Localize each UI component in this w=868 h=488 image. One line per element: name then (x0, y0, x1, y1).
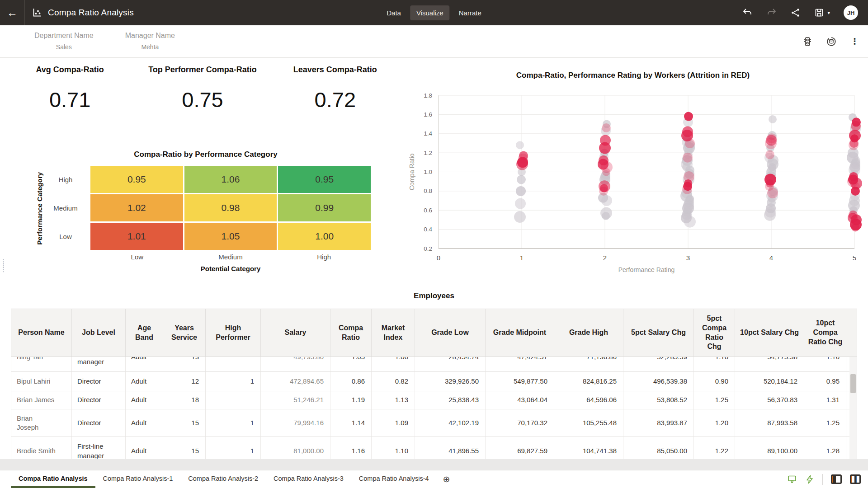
heatmap-cell[interactable]: 0.95 (278, 166, 371, 193)
table-row[interactable]: Bipul LahiriDirectorAdult121472,894.650.… (11, 372, 857, 391)
table-cell[interactable]: Brodie Smith (11, 437, 72, 459)
table-cell[interactable]: 15 (163, 409, 206, 436)
table-cell[interactable]: Adult (126, 437, 163, 459)
table-cell[interactable]: 0.95 (804, 372, 846, 391)
table-cell[interactable]: 1.16 (804, 357, 846, 371)
kpi-tile[interactable]: Leavers Compa-Ratio0.72 (269, 62, 401, 112)
scatter-point[interactable] (600, 184, 608, 192)
canvas-tab-4[interactable]: Compa Ratio Analysis-4 (351, 470, 437, 488)
back-button[interactable]: ← (0, 0, 24, 25)
table-cell[interactable]: 85,050.00 (623, 437, 694, 459)
table-cell[interactable]: 329,926.50 (415, 372, 486, 391)
scatter-point[interactable] (516, 186, 526, 196)
table-cell[interactable]: 83,993.87 (623, 409, 694, 436)
column-header[interactable]: High Performer (206, 309, 261, 357)
add-canvas-icon[interactable]: ⊕ (443, 470, 450, 488)
table-cell[interactable]: 1.09 (372, 409, 415, 436)
table-cell[interactable]: 0.86 (330, 372, 372, 391)
table-cell[interactable]: 1.10 (372, 437, 415, 459)
auto-insights-icon[interactable] (805, 474, 814, 484)
table-cell[interactable]: 496,539.38 (623, 372, 694, 391)
scatter-point[interactable] (851, 223, 859, 231)
table-cell[interactable]: 549,877.50 (486, 372, 554, 391)
column-header[interactable]: Compa Ratio (330, 309, 372, 357)
table-cell[interactable]: First-line manager (72, 437, 126, 459)
scatter-point[interactable] (764, 209, 776, 221)
table-cell[interactable]: 1.05 (330, 357, 372, 371)
table-cell[interactable]: 824,816.25 (554, 372, 623, 391)
table-cell[interactable]: 1.16 (330, 437, 372, 459)
table-cell[interactable]: 18 (163, 391, 206, 409)
table-cell[interactable]: 1.31 (804, 391, 846, 409)
table-cell[interactable]: 15 (163, 437, 206, 459)
scatter-point[interactable] (516, 141, 524, 149)
column-header[interactable]: 5pct Compa Ratio Chg (694, 309, 735, 357)
column-header[interactable]: Grade Midpoint (486, 309, 554, 357)
scatter-point[interactable] (599, 142, 611, 154)
scatter-point[interactable] (514, 211, 526, 223)
column-header[interactable]: 10pct Salary Chg (735, 309, 804, 357)
table-cell[interactable]: 52,285.59 (623, 357, 694, 371)
redo-icon[interactable] (766, 7, 777, 18)
kpi-tile[interactable]: Avg Compa-Ratio0.71 (4, 62, 136, 112)
scatter-point[interactable] (766, 135, 777, 146)
heatmap-cell[interactable]: 0.98 (184, 194, 277, 221)
table-cell[interactable]: 0.82 (372, 372, 415, 391)
table-cell[interactable]: 64,596.06 (554, 391, 623, 409)
table-cell[interactable]: 1.10 (694, 357, 735, 371)
table-cell[interactable]: 69,827.59 (486, 437, 554, 459)
table-cell[interactable]: 1.20 (694, 409, 735, 436)
undo-icon[interactable] (742, 7, 753, 18)
column-header[interactable]: Salary (261, 309, 330, 357)
layout-panel-split-icon[interactable] (850, 474, 861, 484)
limit-values-icon[interactable] (802, 36, 812, 47)
table-cell[interactable]: 104,741.38 (554, 437, 623, 459)
table-cell[interactable]: 1.14 (330, 409, 372, 436)
mode-tab-narrate[interactable]: Narrate (453, 5, 488, 20)
column-header[interactable]: Grade Low (415, 309, 486, 357)
column-header[interactable]: Job Level (72, 309, 126, 357)
heatmap-cell[interactable]: 1.02 (90, 194, 183, 221)
table-cell[interactable]: 70,170.32 (486, 409, 554, 436)
table-cell[interactable]: 53,808.52 (623, 391, 694, 409)
scatter-point[interactable] (769, 115, 777, 123)
share-icon[interactable] (791, 8, 801, 18)
canvas-tab-1[interactable]: Compa Ratio Analysis-1 (95, 470, 181, 488)
table-cell[interactable]: 41,896.55 (415, 437, 486, 459)
scrollbar-thumb[interactable] (850, 374, 856, 393)
canvas-tab-2[interactable]: Compa Ratio Analysis-2 (180, 470, 266, 488)
layout-panel-left-icon[interactable] (831, 474, 842, 484)
scatter-point[interactable] (602, 212, 610, 220)
table-cell[interactable]: Brian Joseph (11, 409, 72, 436)
table-cell[interactable] (206, 357, 261, 371)
table-cell[interactable]: 81,000.00 (261, 437, 330, 459)
heatmap-cell[interactable]: 0.99 (278, 194, 371, 221)
table-cell[interactable]: 89,100.00 (735, 437, 804, 459)
scatter-point[interactable] (849, 139, 859, 148)
table-cell[interactable]: 1.25 (694, 391, 735, 409)
table-cell[interactable]: 43,064.04 (486, 391, 554, 409)
scatter-point[interactable] (683, 182, 692, 191)
table-row[interactable]: Bing TanFirst-line managerAdult1349,795.… (11, 357, 857, 372)
column-header[interactable]: Years Service (163, 309, 206, 357)
scatter-point[interactable] (681, 130, 693, 141)
scatter-plot-area[interactable]: 0.20.40.60.81.01.21.41.61.8012345Compa R… (402, 84, 863, 282)
kpi-tile[interactable]: Top Performer Compa-Ratio0.75 (136, 62, 269, 112)
heatmap-cell[interactable]: 1.01 (90, 223, 183, 250)
table-cell[interactable]: 71,136.86 (554, 357, 623, 371)
column-header[interactable]: 10pct Compa Ratio Chg (804, 309, 846, 357)
scatter-point[interactable] (766, 179, 774, 188)
table-cell[interactable]: 47,424.57 (486, 357, 554, 371)
table-cell[interactable]: 79,994.16 (261, 409, 330, 436)
table-cell[interactable]: 1.00 (372, 357, 415, 371)
table-row[interactable]: Brodie SmithFirst-line managerAdult15181… (11, 437, 857, 459)
table-cell[interactable]: 1 (206, 372, 261, 391)
heatmap-cell[interactable]: 1.00 (278, 223, 371, 250)
table-cell[interactable]: 54,775.38 (735, 357, 804, 371)
table-row[interactable]: Brian JosephDirectorAdult15179,994.161.1… (11, 409, 857, 437)
table-cell[interactable]: 28,454.74 (415, 357, 486, 371)
scatter-point[interactable] (851, 121, 861, 131)
table-cell[interactable]: Adult (126, 391, 163, 409)
filter-chip[interactable]: Department NameSales (34, 32, 94, 51)
table-cell[interactable]: Bipul Lahiri (11, 372, 72, 391)
